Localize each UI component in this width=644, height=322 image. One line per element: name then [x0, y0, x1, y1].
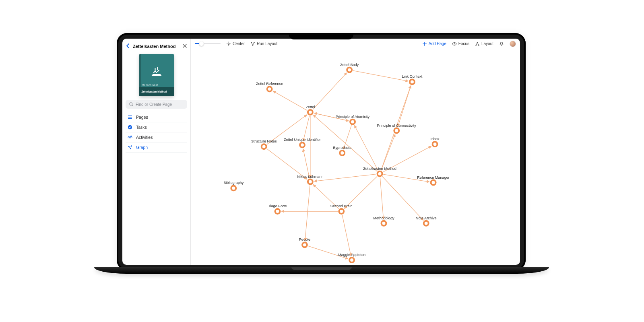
search-icon	[129, 102, 134, 107]
graph-edge	[305, 185, 310, 241]
layout-icon	[475, 41, 480, 46]
graph-edge	[342, 215, 351, 256]
svg-point-9	[454, 43, 455, 44]
book-cover[interactable]: MORGAN WEST Zettelkasten Method	[139, 54, 174, 96]
search-placeholder: Find or Create Page	[136, 102, 172, 107]
book-title: Zettelkasten Method	[142, 90, 167, 93]
pages-icon	[127, 115, 133, 120]
sidebar: Zettelkasten Method MORGAN WEST Zettelka…	[122, 39, 191, 265]
svg-point-13	[347, 68, 352, 72]
graph-node-niklas[interactable]: Niklas Luhmann	[297, 175, 323, 184]
focus-label: Focus	[458, 41, 469, 46]
graph-svg: Zettel BodyLink ContextZettel ReferenceZ…	[191, 49, 520, 265]
activities-icon	[127, 135, 133, 140]
graph-node-label: Link Context	[402, 74, 423, 78]
sidebar-header: Zettelkasten Method	[126, 42, 187, 51]
graph-node-atomicity[interactable]: Principle of Atomicity	[336, 115, 370, 124]
laptop-notch	[289, 33, 353, 39]
graph-node-label: Methodology	[373, 216, 394, 220]
zoom-slider[interactable]	[195, 43, 221, 44]
svg-point-31	[302, 242, 307, 247]
add-page-button[interactable]: Add Page	[422, 41, 446, 46]
tasks-icon	[127, 125, 133, 130]
svg-point-20	[300, 142, 305, 147]
sidebar-title: Zettelkasten Method	[133, 44, 180, 49]
svg-point-29	[382, 221, 386, 226]
graph-edge	[303, 116, 309, 141]
graph-node-zettel[interactable]: Zettel	[305, 105, 315, 115]
svg-point-27	[275, 209, 280, 214]
nav-item-graph[interactable]: Graph	[126, 142, 187, 153]
close-sidebar-button[interactable]	[182, 43, 187, 50]
graph-node-connectivity[interactable]: Principle of Connectivity	[377, 124, 417, 133]
chevron-left-icon	[126, 43, 130, 48]
svg-point-30	[424, 221, 429, 226]
center-icon	[226, 41, 231, 46]
svg-point-26	[431, 180, 436, 185]
graph-edge	[380, 178, 383, 219]
svg-point-0	[130, 103, 132, 105]
graph-node-ref_manager[interactable]: Reference Manager	[417, 175, 450, 185]
graph-node-label: Tiago Forte	[268, 204, 287, 208]
graph-node-label: Second Brain	[330, 204, 353, 208]
add-page-label: Add Page	[429, 41, 446, 46]
graph-node-byproducts[interactable]: Byproducts	[333, 146, 351, 155]
nav-item-pages[interactable]: Pages	[126, 112, 187, 122]
graph-node-inbox[interactable]: Inbox	[430, 137, 440, 147]
center-button[interactable]: Center	[226, 41, 245, 46]
graph-node-link_context[interactable]: Link Context	[402, 74, 423, 84]
graph-icon	[127, 145, 133, 150]
svg-point-16	[308, 110, 313, 115]
svg-point-14	[410, 79, 415, 84]
graph-edge	[313, 73, 347, 109]
book-author: MORGAN WEST	[142, 84, 159, 86]
graph-node-label: Zettel Unique Identifier	[284, 138, 321, 142]
nav-item-tasks[interactable]: Tasks	[126, 122, 187, 132]
layout-button[interactable]: Layout	[475, 41, 493, 46]
graph-node-label: Principle of Connectivity	[377, 124, 417, 128]
graph-node-bibliography[interactable]: Bibliography	[223, 181, 244, 190]
svg-point-18	[394, 128, 399, 133]
graph-node-people[interactable]: People	[299, 237, 310, 247]
graph-edge	[308, 246, 348, 259]
graph-node-zettel_uid[interactable]: Zettel Unique Identifier	[284, 138, 321, 147]
graph-node-label: People	[299, 237, 310, 242]
graph-node-label: Zettel Body	[340, 63, 359, 67]
graph-node-label: Zettel	[305, 105, 315, 109]
graph-node-note_archive[interactable]: Note Archive	[416, 216, 437, 226]
svg-point-28	[339, 209, 344, 214]
graph-node-label: Inbox	[430, 137, 440, 141]
graph-node-zettel_reference[interactable]: Zettel Reference	[256, 82, 283, 91]
graph-node-second_brain[interactable]: Second Brain	[330, 204, 353, 214]
svg-point-32	[349, 258, 354, 262]
slider-track	[195, 43, 221, 44]
graph-node-label: Zettel Reference	[256, 82, 283, 86]
graph-node-label: Bibliography	[223, 181, 244, 185]
run-layout-button[interactable]: Run Layout	[250, 41, 277, 46]
graph-node-zettel_body[interactable]: Zettel Body	[340, 63, 359, 72]
graph-node-maggie[interactable]: Maggie Appleton	[338, 253, 365, 262]
graph-node-tiago[interactable]: Tiago Forte	[268, 204, 287, 214]
graph-canvas[interactable]: Zettel BodyLink ContextZettel ReferenceZ…	[191, 49, 520, 265]
graph-node-zk_method[interactable]: Zettelkasten Method	[363, 167, 396, 176]
focus-button[interactable]: Focus	[452, 41, 469, 46]
nav-item-activities[interactable]: Activities	[126, 132, 187, 142]
svg-point-25	[308, 180, 313, 184]
nav-label-tasks: Tasks	[136, 125, 147, 130]
search-input[interactable]: Find or Create Page	[126, 100, 187, 109]
graph-edge	[303, 149, 310, 178]
graph-edge	[273, 91, 307, 110]
graph-edge	[314, 174, 376, 182]
app-screen: Zettelkasten Method MORGAN WEST Zettelka…	[122, 39, 520, 265]
back-button[interactable]	[126, 43, 130, 50]
slider-thumb[interactable]	[199, 41, 204, 46]
graph-node-methodology[interactable]: Methodology	[373, 216, 394, 226]
plus-icon	[422, 41, 427, 46]
graph-node-label: Byproducts	[333, 146, 351, 150]
run-layout-icon	[250, 41, 255, 46]
graph-node-structure_notes[interactable]: Structure Notes	[251, 139, 277, 149]
user-avatar[interactable]	[510, 41, 516, 47]
svg-point-17	[350, 120, 355, 124]
laptop-base	[94, 267, 549, 274]
notifications-button[interactable]	[499, 41, 504, 46]
